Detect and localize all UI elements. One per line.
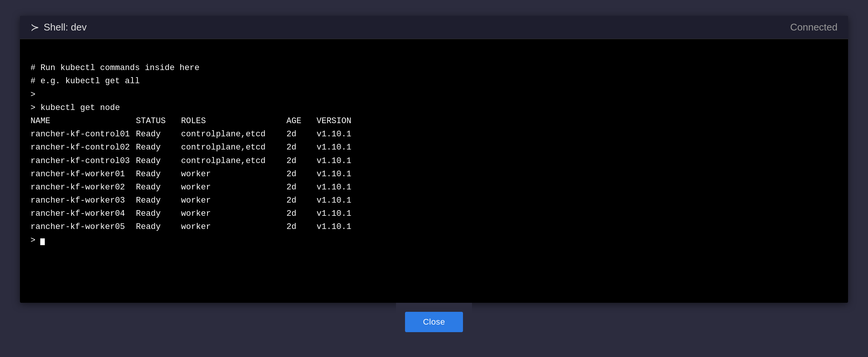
footer: Close — [396, 303, 472, 341]
shell-title: ≻ Shell: dev — [30, 21, 87, 34]
table-row: rancher-kf-worker01Readyworker2dv1.10.1 — [30, 169, 362, 179]
terminal-prompt2: > — [30, 236, 45, 245]
shell-container: ≻ Shell: dev Connected # Run kubectl com… — [20, 16, 848, 303]
terminal-comment2: # e.g. kubectl get all — [30, 76, 140, 86]
table-row: rancher-kf-control01Readycontrolplane,et… — [30, 130, 362, 139]
terminal-body[interactable]: # Run kubectl commands inside here # e.g… — [20, 39, 848, 303]
shell-title-text: Shell: dev — [44, 21, 87, 33]
table-row: rancher-kf-worker02Readyworker2dv1.10.1 — [30, 183, 362, 192]
terminal-icon: ≻ — [30, 21, 39, 34]
table-row: rancher-kf-worker03Readyworker2dv1.10.1 — [30, 196, 362, 205]
terminal-prompt1: > — [30, 90, 35, 99]
table-header-row: NAMESTATUSROLESAGEVERSION — [30, 116, 362, 126]
terminal-command: > kubectl get node — [30, 103, 120, 113]
shell-header: ≻ Shell: dev Connected — [20, 16, 848, 39]
table-row: rancher-kf-control03Readycontrolplane,et… — [30, 156, 362, 166]
table-row: rancher-kf-control02Readycontrolplane,et… — [30, 143, 362, 152]
close-button[interactable]: Close — [405, 312, 463, 332]
table-row: rancher-kf-worker05Readyworker2dv1.10.1 — [30, 222, 362, 232]
table-row: rancher-kf-worker04Readyworker2dv1.10.1 — [30, 209, 362, 218]
connection-status: Connected — [790, 21, 838, 33]
terminal-comment1: # Run kubectl commands inside here — [30, 63, 199, 73]
